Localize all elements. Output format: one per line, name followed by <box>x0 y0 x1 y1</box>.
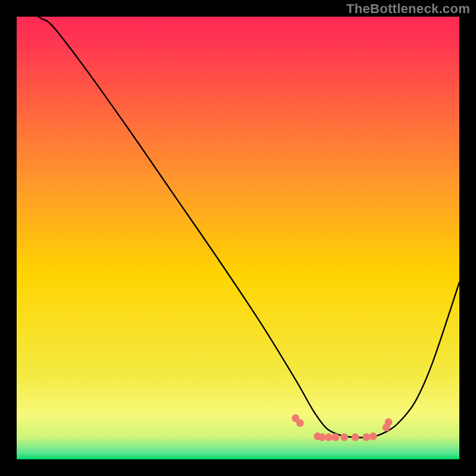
bottom-dot <box>318 433 326 441</box>
bottom-dot <box>331 433 339 441</box>
bottom-dot <box>384 418 392 426</box>
bottom-dot <box>352 433 359 441</box>
plot-background <box>17 17 459 459</box>
watermark-text: TheBottleneck.com <box>346 1 470 17</box>
bottom-dot <box>325 433 333 441</box>
chart-container: TheBottleneck.com <box>0 0 476 476</box>
bottleneck-chart <box>17 17 459 459</box>
bottom-dot <box>369 433 377 440</box>
bottom-dot <box>340 433 348 441</box>
bottom-dot <box>362 433 370 441</box>
bottom-dot <box>296 419 304 427</box>
